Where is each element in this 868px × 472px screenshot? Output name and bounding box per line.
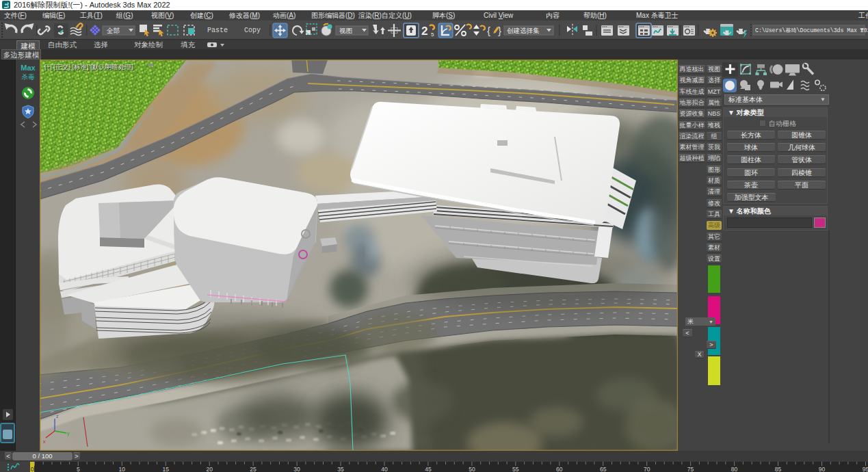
svg-text:45: 45 bbox=[425, 466, 432, 472]
svg-text:2: 2 bbox=[421, 25, 428, 38]
svg-text:35: 35 bbox=[337, 466, 344, 472]
svg-text:50: 50 bbox=[469, 466, 475, 472]
svg-text:Copy: Copy bbox=[244, 27, 261, 34]
svg-text:40: 40 bbox=[381, 466, 388, 472]
svg-text:10: 10 bbox=[119, 466, 126, 472]
svg-text:20: 20 bbox=[206, 466, 213, 472]
svg-text:60: 60 bbox=[556, 466, 563, 472]
svg-text:30: 30 bbox=[293, 466, 300, 472]
svg-text:95: 95 bbox=[863, 466, 868, 472]
svg-text:55: 55 bbox=[512, 466, 519, 472]
svg-text:y: y bbox=[67, 431, 70, 436]
svg-text:65: 65 bbox=[600, 466, 607, 472]
svg-text:90: 90 bbox=[819, 466, 826, 472]
svg-text:85: 85 bbox=[775, 466, 782, 472]
svg-text:{: { bbox=[487, 25, 490, 36]
svg-text:x: x bbox=[43, 439, 46, 444]
svg-text:70: 70 bbox=[644, 466, 650, 472]
svg-text:80: 80 bbox=[731, 466, 738, 472]
svg-text:75: 75 bbox=[687, 466, 694, 472]
svg-text:C:\Users\慕琦\Documents\3ds Max: C:\Users\慕琦\Documents\3ds Max 2022 bbox=[755, 27, 868, 34]
svg-text:0: 0 bbox=[31, 466, 34, 472]
svg-text:25: 25 bbox=[250, 466, 257, 472]
svg-text:5: 5 bbox=[431, 31, 434, 38]
svg-text:创建选择集: 创建选择集 bbox=[507, 27, 540, 34]
svg-text:全部: 全部 bbox=[107, 27, 120, 34]
svg-text:Paste: Paste bbox=[207, 27, 228, 34]
svg-text:视图: 视图 bbox=[339, 27, 352, 34]
svg-text:15: 15 bbox=[163, 466, 170, 472]
svg-text:}: } bbox=[498, 25, 501, 36]
svg-text:5: 5 bbox=[77, 466, 80, 472]
svg-text:z: z bbox=[56, 414, 59, 419]
svg-text:[+] [正交] [标准] [默认明暗处理]: [+] [正交] [标准] [默认明暗处理] bbox=[44, 63, 133, 70]
